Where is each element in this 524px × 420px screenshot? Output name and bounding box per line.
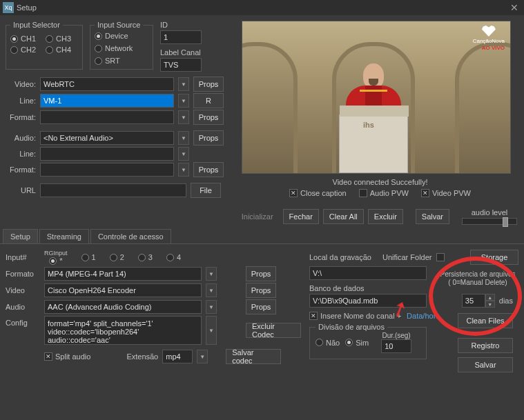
props-button-2[interactable]: Props [193,110,224,125]
chevron-down-icon[interactable]: ▼ [178,77,189,91]
props-button-3[interactable]: Props [193,130,224,146]
line2-label: Line: [6,150,36,158]
excluir-button[interactable]: Excluir [368,209,403,224]
device-radio[interactable]: Device [95,32,148,40]
input-selector-legend: Input Selector [10,21,63,29]
rginput-radio-2[interactable]: 2 [110,253,124,261]
extensao-input[interactable] [162,350,193,363]
sim-radio[interactable]: Sim [345,339,369,347]
inicializar-button[interactable]: Inicializar [236,209,279,224]
divisao-legend: Divisão de arquivos [316,323,387,331]
clear-all-button[interactable]: Clear All [323,209,364,224]
close-caption-checkbox[interactable]: ✕Close caption [289,189,347,197]
url-input[interactable] [40,183,186,197]
label-canal-label: Label Canal [160,48,215,57]
app-icon: Xq [3,2,14,13]
chevron-down-icon[interactable]: ▼ [197,350,208,363]
connection-status: Video connected Succefully! [242,178,518,186]
chevron-down-icon[interactable]: ▼ [206,300,217,314]
chevron-down-icon[interactable]: ▼ [178,163,189,177]
video-preview: ihs CançãoNova AO VIVO [242,21,511,174]
banco-input[interactable] [309,294,427,308]
r-button[interactable]: R [193,93,224,108]
clean-files-button[interactable]: Clean Files [458,313,513,328]
file-button[interactable]: File [191,183,221,198]
chevron-down-icon[interactable]: ▼ [206,316,217,345]
formato-select[interactable] [44,267,202,281]
persist-label: Persistencia de arquivos ( 0=Manual Dele… [438,270,517,287]
audio-pvw-checkbox[interactable]: Audio PVW [359,189,409,197]
props-button[interactable]: Props [193,77,224,92]
audio-select[interactable] [40,131,174,145]
tab-controle[interactable]: Controle de acesso [90,229,171,243]
props-button-5[interactable]: Props [246,266,276,281]
rginput-radio-0[interactable]: * [49,257,62,265]
chevron-down-icon[interactable]: ▼ [206,267,217,281]
spin-up-icon[interactable]: ▲ [485,294,495,301]
chevron-down-icon[interactable]: ▼ [178,94,189,108]
rginput-radio-4[interactable]: 4 [166,253,181,261]
data-hora-link[interactable]: Data/hora [407,312,440,320]
video-select[interactable] [40,77,174,91]
props-button-6[interactable]: Props [246,283,276,298]
audio-level-slider[interactable] [462,218,517,225]
ch1-radio[interactable]: CH1 [10,34,36,43]
rginput-radio-3[interactable]: 3 [138,253,153,261]
nao-radio[interactable]: Não [316,339,340,347]
line-label: Line: [6,97,36,105]
audio-enc-label: Audio [6,303,40,311]
video-label: Video: [6,80,36,88]
format-select[interactable] [40,110,174,124]
input-source-group: Input Source Device Network SRT [90,21,153,70]
line-select[interactable] [40,94,174,108]
formato-label: Formato [6,270,40,278]
props-button-7[interactable]: Props [246,299,276,314]
chevron-down-icon[interactable]: ▼ [178,131,189,145]
tab-streaming[interactable]: Streaming [39,229,89,243]
id-input[interactable] [160,30,202,44]
registro-button[interactable]: Registro [458,338,513,353]
titlebar: Xq Setup ✕ [0,0,524,15]
label-canal-input[interactable] [160,58,202,72]
window-title: Setup [17,3,37,12]
srt-radio[interactable]: SRT [95,57,148,65]
fechar-button[interactable]: Fechar [283,209,319,224]
audio-enc-select[interactable] [44,300,202,314]
chevron-down-icon[interactable]: ▼ [206,283,217,297]
ch4-radio[interactable]: CH4 [46,46,71,54]
video-enc-select[interactable] [44,283,202,297]
storage-button[interactable]: Storage [470,250,518,265]
props-button-4[interactable]: Props [193,162,224,177]
format2-label: Format: [6,166,36,174]
chevron-down-icon[interactable]: ▼ [178,110,189,124]
local-label: Local da gravação [309,253,378,261]
chevron-down-icon[interactable]: ▼ [178,147,189,161]
video-pvw-checkbox[interactable]: ✕Video PVW [421,189,471,197]
salvar-lower-button[interactable]: Salvar [458,357,513,372]
dur-label: Dur.(seg) [382,332,411,339]
unificar-label: Unificar Folder [382,253,432,261]
salvar-button[interactable]: Salvar [416,209,449,224]
config-textarea[interactable]: format='mp4' split_channels='1' video::c… [44,316,202,345]
tab-setup[interactable]: Setup [3,229,38,243]
ch3-radio[interactable]: CH3 [46,34,71,43]
rginput-radio-1[interactable]: 1 [81,253,96,261]
audio-label: Audio: [6,134,36,142]
line2-select[interactable] [40,147,174,161]
input-num-label: Input# [6,253,40,261]
format2-select[interactable] [40,163,174,177]
url-label: URL [6,186,36,194]
unificar-checkbox[interactable] [436,253,445,261]
salvar-codec-button[interactable]: Salvar codec [226,349,281,364]
extensao-label: Extensão [126,352,158,361]
split-audio-checkbox[interactable]: ✕Split audio [44,352,90,361]
input-source-legend: Input Source [95,21,143,29]
ch2-radio[interactable]: CH2 [10,46,36,54]
close-icon[interactable]: ✕ [507,2,521,13]
network-radio[interactable]: Network [95,44,148,52]
dur-input[interactable] [381,339,411,353]
local-input[interactable] [309,266,427,280]
excluir-codec-button[interactable]: Excluir Codec [246,323,301,338]
persist-input[interactable] [462,294,485,308]
spin-down-icon[interactable]: ▼ [485,301,495,308]
